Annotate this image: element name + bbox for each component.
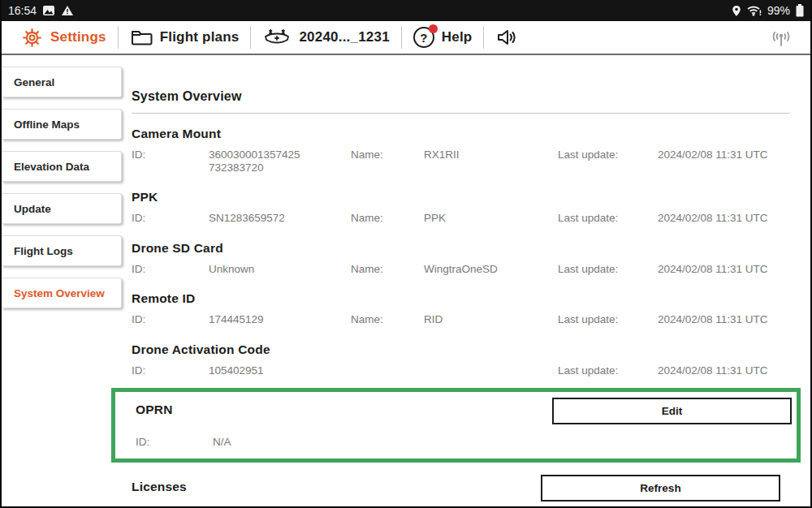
sidebar-item-label: Flight Logs xyxy=(14,245,73,257)
settings-label: Settings xyxy=(50,29,106,45)
section-row: ID: N/A xyxy=(136,436,792,449)
name-label: Name: xyxy=(351,263,424,275)
last-update-label: Last update: xyxy=(558,313,658,325)
name-label: Name: xyxy=(351,149,424,161)
section-title: Drone Activation Code xyxy=(132,342,790,357)
last-update-value: 2024/02/08 11:31 UTC xyxy=(658,313,790,326)
id-value: 174445129 xyxy=(209,313,351,326)
wifi-icon xyxy=(747,5,762,16)
status-right-cluster: 99% xyxy=(732,4,804,17)
help-label: Help xyxy=(442,29,473,45)
id-value: SN1283659572 xyxy=(209,212,351,225)
id-value: Unknown xyxy=(209,263,351,276)
folder-icon xyxy=(130,28,153,47)
gear-icon xyxy=(21,27,43,49)
last-update-label: Last update: xyxy=(558,212,658,224)
settings-button[interactable]: Settings xyxy=(10,21,118,54)
sidebar-item-offline-maps[interactable]: Offline Maps xyxy=(2,109,122,140)
sidebar-item-flight-logs[interactable]: Flight Logs xyxy=(2,235,122,266)
notification-dot xyxy=(429,24,438,33)
section-drone-sd-card: Drone SD Card ID: Unknown Name: WingtraO… xyxy=(132,241,790,276)
settings-page: General Offline Maps Elevation Data Upda… xyxy=(2,55,810,505)
status-left-cluster: 16:54 xyxy=(8,4,74,17)
last-update-label: Last update: xyxy=(558,364,658,377)
battery-percent: 99% xyxy=(767,4,790,17)
id-label: ID: xyxy=(132,149,209,161)
sidebar-item-general[interactable]: General xyxy=(2,67,122,97)
name-value: PPK xyxy=(424,212,558,225)
battery-icon xyxy=(796,4,804,17)
id-label: ID: xyxy=(132,313,209,325)
sidebar-item-label: Offline Maps xyxy=(14,118,80,131)
help-button[interactable]: ? Help xyxy=(402,21,484,54)
volume-button[interactable] xyxy=(484,21,529,54)
id-label: ID: xyxy=(136,436,213,448)
system-overview-panel: System Overview Camera Mount ID: 3600300… xyxy=(132,55,790,502)
section-row: ID: 105402951 Last update: 2024/02/08 11… xyxy=(132,364,790,377)
id-label: ID: xyxy=(132,212,209,224)
section-row: ID: SN1283659572 Name: PPK Last update: … xyxy=(132,212,790,225)
settings-sidebar: General Offline Maps Elevation Data Upda… xyxy=(2,55,123,308)
section-camera-mount: Camera Mount ID: 360030001357425 7323837… xyxy=(132,127,790,174)
name-value: RID xyxy=(424,313,558,326)
section-title: Camera Mount xyxy=(132,127,790,141)
section-row: ID: Unknown Name: WingtraOneSD Last upda… xyxy=(132,263,790,276)
sidebar-item-label: System Overview xyxy=(14,287,105,299)
section-title: OPRN xyxy=(136,398,173,417)
speaker-icon xyxy=(495,27,518,48)
section-title: Remote ID xyxy=(132,291,790,306)
oprn-edit-button[interactable]: Edit xyxy=(552,398,792,424)
flight-plans-button[interactable]: Flight plans xyxy=(119,21,251,54)
image-icon xyxy=(42,5,55,16)
id-label: ID: xyxy=(132,364,209,377)
section-remote-id: Remote ID ID: 174445129 Name: RID Last u… xyxy=(132,291,790,326)
last-update-value: 2024/02/08 11:31 UTC xyxy=(658,263,790,276)
warning-icon xyxy=(61,5,74,16)
name-label: Name: xyxy=(351,313,424,325)
last-update-value: 2024/02/08 11:31 UTC xyxy=(658,149,790,161)
id-value: 360030001357425 732383720 xyxy=(209,149,351,174)
section-row: ID: 360030001357425 732383720 Name: RX1R… xyxy=(132,149,790,174)
section-licenses: Licenses Refresh xyxy=(132,475,790,502)
help-icon: ? xyxy=(413,27,434,48)
id-value: N/A xyxy=(213,436,355,449)
title-divider xyxy=(132,113,790,114)
last-update-label: Last update: xyxy=(558,263,658,275)
last-update-value: 2024/02/08 11:31 UTC xyxy=(658,212,790,225)
sidebar-item-update[interactable]: Update xyxy=(2,193,122,224)
last-update-value: 2024/02/08 11:31 UTC xyxy=(658,364,790,377)
telemetry-signal-indicator[interactable] xyxy=(765,25,802,50)
section-title: PPK xyxy=(132,190,790,204)
sidebar-item-label: General xyxy=(14,76,54,88)
drone-icon xyxy=(262,27,292,48)
android-status-bar: 16:54 99% xyxy=(2,0,810,21)
flight-plans-label: Flight plans xyxy=(160,29,240,45)
app-toolbar: Settings Flight plans 20240.. xyxy=(2,21,810,55)
name-value: RX1RII xyxy=(424,149,558,161)
licenses-refresh-button[interactable]: Refresh xyxy=(541,475,780,502)
sidebar-item-label: Update xyxy=(14,203,51,215)
section-title: Licenses xyxy=(132,475,187,494)
sidebar-item-label: Elevation Data xyxy=(14,161,89,173)
oprn-highlight-box: OPRN Edit ID: N/A xyxy=(111,388,801,463)
section-drone-activation-code: Drone Activation Code ID: 105402951 Last… xyxy=(132,342,790,377)
flight-plan-name: 20240..._1231 xyxy=(299,29,389,45)
name-value: WingtraOneSD xyxy=(424,263,558,276)
status-clock: 16:54 xyxy=(8,4,37,17)
sidebar-item-elevation-data[interactable]: Elevation Data xyxy=(2,151,122,182)
name-label: Name: xyxy=(351,212,424,224)
flight-plan-selector[interactable]: 20240..._1231 xyxy=(251,21,400,54)
sidebar-item-system-overview[interactable]: System Overview xyxy=(2,278,122,308)
section-row: ID: 174445129 Name: RID Last update: 202… xyxy=(132,313,790,326)
section-ppk: PPK ID: SN1283659572 Name: PPK Last upda… xyxy=(132,190,790,225)
section-title: Drone SD Card xyxy=(132,241,790,256)
app-window: 16:54 99% xyxy=(0,0,812,508)
last-update-label: Last update: xyxy=(558,149,658,161)
id-value: 105402951 xyxy=(209,364,351,377)
id-label: ID: xyxy=(132,263,209,275)
location-icon xyxy=(732,5,741,17)
antenna-icon xyxy=(765,25,797,50)
page-title: System Overview xyxy=(132,89,790,104)
